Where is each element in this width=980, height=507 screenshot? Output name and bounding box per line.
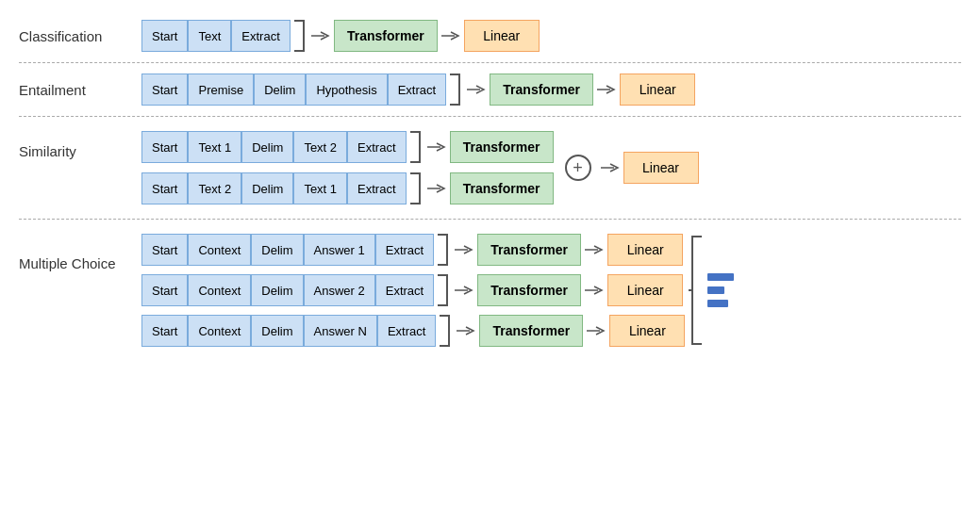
classification-label: Classification (19, 28, 141, 44)
ent-arrow1 (463, 82, 490, 97)
sim-plus: + (565, 155, 591, 181)
mc-right-merge (687, 229, 738, 352)
similarity-content: Start Text 1 Delim Text 2 Extract Transf… (141, 130, 699, 205)
sim-arrow2 (597, 160, 623, 175)
mc1-transformer: Transformer (477, 234, 581, 266)
cls-linear-box: Linear (464, 20, 540, 52)
mc3-transformer: Transformer (479, 315, 583, 347)
mc1-extract: Extract (375, 234, 434, 266)
entailment-label: Entailment (19, 82, 141, 98)
sim2-transformer: Transformer (450, 172, 554, 204)
classification-seq: Start Text Extract (141, 19, 307, 53)
mc2-bracket (436, 273, 449, 307)
svg-rect-2 (707, 300, 728, 307)
entailment-seq: Start Premise Delim Hypothesis Extract (141, 73, 463, 106)
mc-stacked-bars (704, 253, 738, 328)
ent-hypothesis-box: Hypothesis (306, 74, 387, 106)
entailment-boxes: Start Premise Delim Hypothesis Extract (141, 74, 446, 106)
mc2-delim: Delim (251, 274, 303, 306)
similarity-rows: Start Text 1 Delim Text 2 Extract Transf… (141, 130, 554, 205)
ent-start-box: Start (141, 74, 188, 106)
sim1-start: Start (141, 131, 188, 163)
sim2-arrow1 (424, 181, 450, 196)
mc2-context: Context (188, 274, 251, 306)
mc2-start: Start (141, 274, 188, 306)
cls-extract-box: Extract (231, 20, 290, 52)
mc1-start: Start (141, 234, 188, 266)
mc-row3: Start Context Delim Answer N Extract Tra… (141, 314, 685, 348)
mc1-answer1: Answer 1 (304, 234, 375, 266)
mc-rows: Start Context Delim Answer 1 Extract Tra… (141, 233, 685, 348)
entailment-section: Entailment Start Premise Delim Hypothesi… (19, 63, 961, 116)
cls-arrow2 (438, 28, 464, 43)
sim1-extract: Extract (347, 131, 406, 163)
sim1-text2: Text 2 (293, 131, 347, 163)
sim1-text1: Text 1 (188, 131, 241, 163)
svg-rect-1 (707, 286, 724, 294)
mc2-linear: Linear (607, 274, 683, 306)
mc1-linear: Linear (607, 234, 683, 266)
svg-rect-0 (707, 273, 734, 281)
sim1-delim: Delim (241, 131, 293, 163)
mc3-linear: Linear (609, 315, 685, 347)
mc3-extract: Extract (377, 315, 436, 347)
sim1-transformer: Transformer (450, 131, 554, 163)
mc2-arrow1 (451, 283, 477, 298)
cls-arrow1 (307, 28, 334, 43)
mc3-delim: Delim (251, 315, 303, 347)
mc2-extract: Extract (375, 274, 434, 306)
mc-merge-bracket (687, 229, 704, 352)
entailment-content: Start Premise Delim Hypothesis Extract T… (141, 73, 961, 106)
mc-section: Multiple Choice Start Context Delim Answ… (19, 220, 961, 361)
sim-row1-boxes: Start Text 1 Delim Text 2 Extract (141, 131, 407, 163)
cls-text-box: Text (188, 20, 231, 52)
mc1-context: Context (188, 234, 251, 266)
mc1-bracket (436, 233, 449, 267)
similarity-label: Similarity (19, 130, 141, 159)
mc1-arrow2 (581, 242, 607, 257)
classification-boxes: Start Text Extract (141, 20, 291, 52)
sim2-text1: Text 1 (293, 172, 347, 204)
sim1-bracket (408, 130, 422, 164)
sim-linear: Linear (623, 152, 699, 184)
sim1-arrow1 (424, 139, 450, 155)
mc1-arrow1 (451, 242, 477, 257)
mc-row1: Start Context Delim Answer 1 Extract Tra… (141, 233, 685, 267)
sim-row1: Start Text 1 Delim Text 2 Extract Transf… (141, 130, 554, 164)
mc-row2: Start Context Delim Answer 2 Extract Tra… (141, 273, 685, 307)
mc3-arrow2 (583, 323, 609, 338)
ent-extract-box: Extract (388, 74, 446, 106)
ent-arrow2 (593, 82, 620, 97)
sim2-start: Start (141, 172, 188, 204)
cls-bracket (292, 19, 306, 53)
sim-row2-boxes: Start Text 2 Delim Text 1 Extract (141, 172, 407, 204)
mc3-arrow1 (453, 323, 479, 338)
mc3-context: Context (188, 315, 251, 347)
mc2-transformer: Transformer (477, 274, 581, 306)
ent-transformer-box: Transformer (490, 74, 593, 106)
mc2-arrow2 (581, 283, 607, 298)
classification-section: Classification Start Text Extract Transf… (19, 9, 961, 62)
cls-start-box: Start (141, 20, 188, 52)
mc3-start: Start (141, 315, 188, 347)
mc-label: Multiple Choice (19, 229, 141, 271)
sim2-delim: Delim (241, 172, 293, 204)
classification-content: Start Text Extract Transformer Linear (141, 19, 961, 53)
sim-row2: Start Text 2 Delim Text 1 Extract Transf… (141, 172, 554, 205)
ent-premise-box: Premise (188, 74, 254, 106)
sim-right: + Linear (559, 152, 699, 184)
mc-content: Start Context Delim Answer 1 Extract Tra… (141, 229, 738, 352)
sim2-extract: Extract (347, 172, 406, 204)
mc3-bracket (438, 314, 451, 348)
mc2-answer2: Answer 2 (304, 274, 375, 306)
mc3-answern: Answer N (304, 315, 377, 347)
cls-transformer-box: Transformer (334, 20, 438, 52)
similarity-section: Similarity Start Text 1 Delim Text 2 Ext… (19, 117, 961, 219)
sim2-bracket (408, 172, 422, 205)
ent-bracket (448, 73, 461, 106)
diagram-container: Classification Start Text Extract Transf… (0, 0, 980, 507)
mc1-delim: Delim (251, 234, 303, 266)
sim2-text2: Text 2 (188, 172, 241, 204)
ent-linear-box: Linear (620, 74, 695, 106)
ent-delim-box: Delim (254, 74, 306, 106)
